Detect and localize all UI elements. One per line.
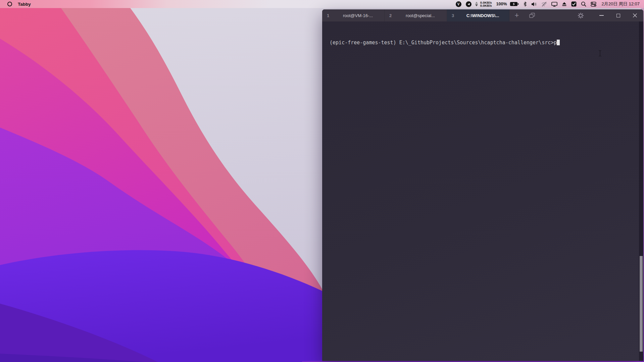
battery-percent: 100% <box>496 2 507 6</box>
menubar-clock[interactable]: 2月20日 周日 12:07 <box>602 1 640 7</box>
bluetooth-glyph <box>523 1 527 7</box>
menu-bar: Tabby V 0.0KB/s 0.0KB/s 100% <box>0 0 644 8</box>
maximize-icon <box>616 14 620 17</box>
tab-bar: 1 root@VM-16-... 2 root@special... 3 C:\… <box>322 9 643 21</box>
eject-icon[interactable] <box>562 2 567 6</box>
network-arrows-icon[interactable] <box>475 2 478 6</box>
upload-arrow-icon <box>475 2 478 4</box>
text-ibeam-cursor <box>598 50 602 57</box>
gear-glyph <box>578 12 584 19</box>
tab-3-active[interactable]: 3 C:\WINDOWS\... <box>447 9 509 21</box>
scrollbar-thumb[interactable] <box>640 256 643 352</box>
scrollbar-track[interactable] <box>639 21 643 361</box>
control-center-glyph <box>591 2 596 7</box>
volume-icon[interactable] <box>531 2 537 7</box>
tasks-check-icon[interactable] <box>571 1 577 7</box>
terminal-block-cursor <box>557 40 560 45</box>
tab-2-number: 2 <box>389 13 397 18</box>
control-center-icon[interactable] <box>591 2 596 7</box>
terminal-prompt-line: (epic-free-games-test) E:\_GithubProject… <box>330 40 560 46</box>
volume-glyph <box>531 2 537 7</box>
proxy-v-icon[interactable]: V <box>456 1 461 7</box>
close-icon <box>633 13 637 18</box>
desktop: Tabby V 0.0KB/s 0.0KB/s 100% <box>0 0 644 362</box>
split-duplicate-icon[interactable] <box>524 9 540 21</box>
minimize-button[interactable] <box>593 9 610 21</box>
tab-1-number: 1 <box>327 13 335 18</box>
search-glyph <box>581 1 586 7</box>
telegram-plane-glyph <box>467 2 470 6</box>
tab-1[interactable]: 1 root@VM-16-... <box>322 9 385 21</box>
settings-gear-icon[interactable] <box>573 9 588 21</box>
new-tab-button[interactable]: + <box>509 9 524 21</box>
download-arrow-icon <box>475 4 478 6</box>
duplicate-glyph <box>529 13 535 18</box>
display-icon[interactable] <box>551 2 557 7</box>
tab-1-label: root@VM-16-... <box>335 13 381 18</box>
display-glyph <box>551 2 557 7</box>
telegram-icon[interactable] <box>466 1 472 7</box>
tab-3-label: C:\WINDOWS\... <box>460 13 506 18</box>
battery-charging-icon[interactable] <box>510 2 519 6</box>
tabbar-spacer <box>540 9 573 21</box>
close-button[interactable] <box>627 9 643 21</box>
tab-3-number: 3 <box>452 13 460 18</box>
tab-2-label: root@special... <box>397 13 443 18</box>
wifi-off-icon[interactable] <box>541 2 547 7</box>
search-icon[interactable] <box>581 1 586 7</box>
tasks-check-glyph <box>571 1 577 7</box>
tab-2[interactable]: 2 root@special... <box>385 9 447 21</box>
prompt-text: (epic-free-games-test) E:\_GithubProject… <box>330 40 557 46</box>
tabby-terminal-window: 1 root@VM-16-... 2 root@special... 3 C:\… <box>322 9 643 361</box>
menubar-app-name[interactable]: Tabby <box>18 2 31 7</box>
wifi-off-glyph <box>541 2 547 7</box>
maximize-button[interactable] <box>610 9 627 21</box>
battery-glyph <box>510 2 519 6</box>
eject-glyph <box>562 2 567 6</box>
network-speed[interactable]: 0.0KB/s 0.0KB/s <box>480 1 492 7</box>
app-logo-ring-icon[interactable] <box>7 2 12 6</box>
proxy-v-letter: V <box>457 2 460 6</box>
minimize-icon <box>599 15 604 16</box>
download-speed: 0.0KB/s <box>480 4 492 7</box>
bluetooth-icon[interactable] <box>523 1 527 7</box>
terminal-viewport[interactable]: (epic-free-games-test) E:\_GithubProject… <box>322 21 643 361</box>
